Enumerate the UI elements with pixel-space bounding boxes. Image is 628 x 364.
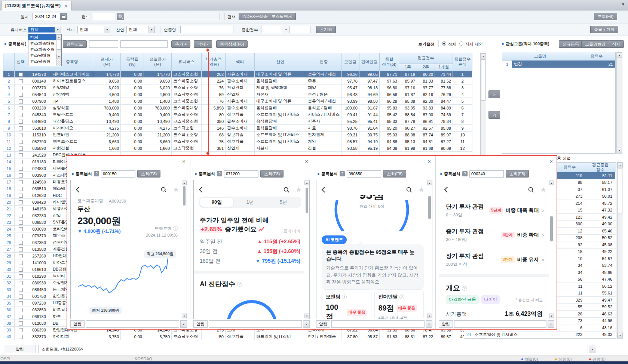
scrollbar-thumb[interactable]	[428, 196, 431, 219]
star-icon[interactable]: ★	[295, 186, 302, 193]
table-row[interactable]: 8084690대상홀딩스10,4900.0010,490코스피중소형380필수소…	[3, 118, 472, 125]
watch-delete-button[interactable]: 삭제	[609, 40, 624, 48]
help-icon[interactable]: ?	[94, 171, 99, 176]
dropdown-option[interactable]: 전체	[28, 34, 56, 40]
checkbox[interactable]	[19, 308, 23, 312]
col-header-cap[interactable]: 시가총액 (억원)	[202, 53, 226, 71]
checkbox[interactable]	[19, 274, 23, 278]
checkbox[interactable]	[19, 86, 23, 90]
checkbox[interactable]	[19, 328, 23, 332]
stock-code-input-1[interactable]	[89, 40, 118, 48]
help-icon[interactable]: ?	[173, 226, 178, 231]
checkbox[interactable]	[19, 281, 23, 285]
col-header-fundamental[interactable]: 펀더멘탈	[359, 53, 379, 71]
checkbox[interactable]	[19, 106, 23, 110]
reset-button[interactable]: 초기화	[316, 26, 336, 33]
code-input[interactable]	[469, 170, 504, 178]
dropdown-option[interactable]: 코스닥중형	[28, 58, 56, 64]
table-row[interactable]: 6003230삼양식품783,0000.00783,000코스피중대형5,898…	[3, 105, 472, 111]
watch-table-scrollbar[interactable]: ▲ ▼	[616, 52, 622, 154]
checkbox[interactable]	[19, 93, 23, 97]
scroll-up-icon[interactable]: ▲	[182, 181, 187, 185]
back-icon[interactable]	[322, 186, 328, 192]
checkbox[interactable]	[19, 200, 23, 204]
search-icon[interactable]	[528, 186, 534, 193]
industry-table-scrollbar[interactable]: ▲ ▼	[617, 162, 623, 339]
dropdown-option[interactable]: 코스피중대형	[28, 40, 56, 46]
scroll-down-icon[interactable]: ▼	[182, 314, 187, 318]
checkbox[interactable]	[19, 315, 23, 319]
alert-dropdown-icon[interactable]: ▼	[426, 320, 432, 328]
table-row[interactable]: 7045340토탈소프트9,4000.009,400코스닥초소형80정보기술소프…	[3, 111, 472, 118]
scrollbar-thumb[interactable]	[550, 216, 553, 241]
scroll-down-icon[interactable]: ▼	[427, 314, 432, 318]
alert-dropdown-icon[interactable]: ▼	[303, 320, 310, 328]
score-min-input[interactable]	[261, 26, 282, 33]
radio-exclude-quote[interactable]	[459, 41, 463, 46]
alert-dropdown-icon[interactable]: ▼	[548, 320, 554, 328]
code-input[interactable]	[347, 170, 381, 178]
search-icon[interactable]	[406, 186, 412, 193]
perspective-row[interactable]: 장기 투자 관점180일 이상3단계비중 유지>	[446, 247, 544, 272]
table-row[interactable]: 3007370진양제약6,0200.006,020코스닥초소형76건강관리제약 …	[3, 84, 472, 91]
dropdown-option[interactable]: 코스닥대형	[28, 52, 56, 58]
stock-code-input-2[interactable]	[120, 40, 168, 48]
scroll-up-icon[interactable]: ▲	[481, 53, 486, 59]
col-header-sector[interactable]: 섹터	[226, 53, 255, 71]
kosdaq-label[interactable]: KOSDAQ	[135, 357, 152, 361]
resize-grip[interactable]	[56, 60, 61, 66]
table-row[interactable]: 2000140하이트진로홀딩스9,6500.009,650코스피중소형224필수…	[3, 78, 472, 84]
checkbox[interactable]	[19, 167, 23, 171]
checkbox[interactable]	[19, 294, 23, 299]
col-header-select[interactable]: 선택	[15, 53, 27, 71]
query-button[interactable]: 조회(F8)	[260, 170, 284, 178]
close-icon[interactable]: ×	[428, 158, 431, 164]
checkbox[interactable]	[19, 140, 23, 144]
tab-1년[interactable]: 1년	[233, 198, 267, 207]
checkbox[interactable]	[19, 288, 23, 292]
code-input[interactable]	[101, 170, 135, 178]
scroll-down-icon[interactable]: ▼	[304, 314, 309, 318]
checkbox[interactable]	[19, 120, 23, 124]
checkbox[interactable]	[19, 247, 23, 252]
scroll-up-icon[interactable]: ▲	[617, 52, 622, 58]
disclaimer-label[interactable]: 면책조항	[155, 226, 171, 231]
card-scrollbar[interactable]: ▲ ▼	[549, 180, 554, 319]
move-left-button[interactable]: ◁	[488, 111, 500, 119]
industry-select[interactable]: 전체 ▼	[126, 26, 155, 33]
checkbox[interactable]	[19, 153, 23, 157]
checkbox[interactable]	[19, 220, 23, 225]
checkbox[interactable]	[19, 207, 23, 211]
sector-select[interactable]: 전체 ▼	[77, 26, 110, 33]
checkbox[interactable]	[19, 268, 23, 272]
col-header-num[interactable]	[3, 53, 15, 71]
fund-input[interactable]	[93, 13, 116, 20]
table-row[interactable]: 10115310인포바인21,2000.0021,200코스닥초소형68정보기술…	[3, 132, 472, 138]
alert-input[interactable]	[86, 320, 179, 328]
watch-rename-button[interactable]: 그룹명변경	[581, 40, 609, 48]
scrollbar-thumb[interactable]	[481, 59, 485, 101]
back-icon[interactable]	[76, 186, 82, 192]
date-input[interactable]	[32, 13, 59, 20]
col-header-universe[interactable]: 유니버스	[172, 53, 202, 71]
window-tab[interactable]: [11220] 퀀트분석(뉴지랭크) ×	[1, 1, 71, 10]
dropdown-scrollbar[interactable]: ▲ ▼	[56, 34, 61, 66]
back-icon[interactable]	[199, 186, 205, 192]
scrollbar-thumb[interactable]	[306, 188, 308, 213]
col-header-total[interactable]: 종합 점수(pt)	[379, 53, 399, 71]
radio-industry[interactable]	[557, 156, 561, 160]
help-icon[interactable]: ?	[217, 171, 222, 176]
close-icon[interactable]: ×	[549, 158, 553, 164]
scroll-down-icon[interactable]: ▼	[56, 54, 61, 59]
col-header-industry[interactable]: 산업	[255, 53, 306, 71]
search-icon[interactable]	[160, 186, 167, 193]
checkbox[interactable]	[19, 234, 23, 238]
stock-reset-button[interactable]: 종목초기화	[590, 26, 618, 33]
help-icon[interactable]: ?	[399, 294, 404, 299]
table-row[interactable]: 1194370제이에스코퍼레이션14,7700.0014,770코스피중소형20…	[3, 71, 472, 78]
scroll-up-icon[interactable]: ▲	[427, 181, 432, 185]
fund-search-button[interactable]	[117, 13, 124, 20]
query-button[interactable]: 조회(F8)	[383, 170, 406, 178]
star-icon[interactable]: ★	[173, 186, 179, 193]
table-row[interactable]: 40332370아이디피3,7500.003,750코스닥초소형50정보기술하드…	[3, 333, 472, 340]
